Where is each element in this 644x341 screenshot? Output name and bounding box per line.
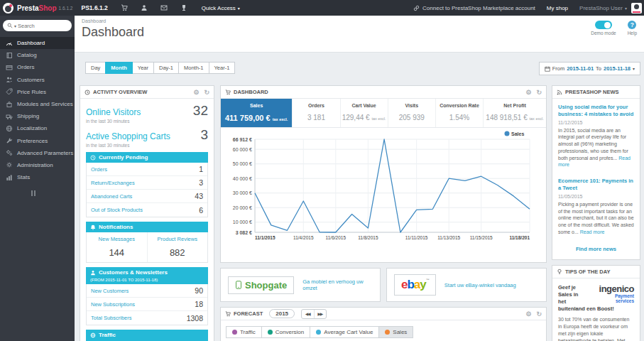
- kpi-net-profit[interactable]: Net Profit148 918,51 € tax excl.: [483, 99, 546, 127]
- main-area: Dashboard Dashboard Demo mode ? Help Day…: [75, 16, 644, 341]
- gear-icon: [6, 161, 13, 168]
- caret-down-icon: ▾: [238, 6, 240, 11]
- sidebar-item-administration[interactable]: Administration: [0, 159, 75, 171]
- panel-settings-icon[interactable]: ⚙: [525, 89, 531, 96]
- activity-panel-body: Online Visitors32 in the last 30 minutes…: [80, 99, 214, 341]
- dashboard-column: DASHBOARD ⚙↻ Sales411 759,00 € tax excl.…: [220, 85, 547, 341]
- currently-pending-rows: Orders1 Return/Exchanges3 Abandoned Cart…: [86, 163, 208, 217]
- total-subscribers-row[interactable]: Total Subscribers1308: [87, 311, 207, 325]
- sidebar-item-shipping[interactable]: Shipping: [0, 110, 75, 122]
- customers-newsletters-header: Customers & Newsletters (FROM 2015-11-01…: [86, 267, 208, 284]
- marketplace-link[interactable]: Connect to PrestaShop Marketplace accoun…: [413, 5, 535, 11]
- pending-row-abandoned-carts[interactable]: Abandoned Carts43: [87, 190, 207, 203]
- sidebar-item-price-rules[interactable]: Price Rules: [0, 86, 75, 98]
- sidebar-item-advanced-parameters[interactable]: Advanced Parameters: [0, 147, 75, 159]
- wrench-icon: [6, 137, 13, 144]
- sidebar-item-orders[interactable]: Orders: [0, 61, 75, 73]
- customers-date-range: (FROM 2015-11-01 TO 2015-11-18): [90, 278, 204, 282]
- forecast-legend-average-cart-value[interactable]: Average Cart Value: [310, 326, 379, 338]
- active-carts-link[interactable]: Active Shopping Carts: [86, 131, 170, 141]
- cogs-icon: [6, 149, 13, 156]
- news-item-title[interactable]: Ecommerce 101: Payments in a Tweet: [558, 178, 634, 192]
- ebay-ad-card: ebay™ Start uw eBay-winkel vandaag: [386, 268, 547, 302]
- new-subscriptions-row[interactable]: New Subscriptions18: [87, 298, 207, 311]
- panel-refresh-icon[interactable]: ↻: [204, 89, 209, 96]
- customer-icon[interactable]: [141, 4, 148, 11]
- users-icon: [6, 76, 13, 83]
- find-more-news-link[interactable]: Find more news: [552, 240, 640, 259]
- forecast-year-nav: ◀◀▶▶: [301, 309, 327, 319]
- user-avatar[interactable]: [631, 3, 642, 13]
- panel-refresh-icon[interactable]: ↻: [536, 310, 542, 318]
- tab-month[interactable]: Month: [105, 62, 133, 74]
- demo-mode-control[interactable]: Demo mode: [591, 21, 616, 36]
- panel-settings-icon[interactable]: ⚙: [193, 89, 199, 96]
- quick-access-menu[interactable]: Quick Access▾: [202, 5, 240, 11]
- help-control[interactable]: ? Help: [628, 21, 637, 36]
- forecast-legend-sales[interactable]: Sales: [378, 326, 413, 338]
- dashboard-icon: [6, 40, 13, 47]
- pending-row-orders[interactable]: Orders1: [87, 163, 207, 176]
- demo-mode-toggle[interactable]: [595, 21, 612, 29]
- messages-icon[interactable]: [160, 4, 168, 11]
- date-range-button[interactable]: From2015-11-01 To2015-11-18 ▾: [539, 62, 640, 75]
- pending-row-out-of-stock[interactable]: Out of Stock Products6: [87, 203, 207, 217]
- brand-version: 1.6.1.2: [59, 6, 73, 11]
- sidebar-item-localization[interactable]: Localization: [0, 122, 75, 134]
- previous-year-button[interactable]: ◀◀: [302, 310, 313, 318]
- user-menu[interactable]: PrestaShop User▾: [579, 5, 627, 11]
- sidebar-item-stats[interactable]: Stats: [0, 171, 75, 183]
- forecast-panel-body: Traffic Conversion Average Cart Value Sa…: [221, 320, 546, 341]
- pending-row-returns[interactable]: Return/Exchanges3: [87, 176, 207, 190]
- svg-text:11/6/2015: 11/6/2015: [326, 235, 346, 240]
- new-messages-cell[interactable]: New Messages144: [87, 232, 147, 262]
- sales-dot-icon: [385, 330, 390, 335]
- calendar-icon: [545, 66, 550, 72]
- sidebar-item-modules[interactable]: Modules and Services: [0, 98, 75, 110]
- kpi-sales[interactable]: Sales411 759,00 € tax excl.: [221, 99, 292, 127]
- link-icon: [413, 5, 420, 11]
- kpi-conversion-rate[interactable]: Conversion Rate1.54%: [435, 99, 483, 127]
- sidebar-collapse-button[interactable]: [31, 190, 75, 196]
- product-reviews-cell[interactable]: Product Reviews882: [147, 232, 208, 262]
- sidebar-item-preferences[interactable]: Preferences: [0, 135, 75, 147]
- ebay-ad-link[interactable]: Start uw eBay-winkel vandaag: [444, 282, 516, 288]
- tab-year-1[interactable]: Year-1: [209, 62, 236, 74]
- svg-text:11/15/2015: 11/15/2015: [470, 235, 493, 240]
- shopgate-ad-link[interactable]: Ga mobiel en verhoog uw omzet: [302, 278, 373, 291]
- dashboard-panel-header: DASHBOARD ⚙↻: [221, 86, 546, 99]
- activity-column: ACTIVITY OVERVIEW ⚙↻ Online Visitors32 i…: [80, 85, 214, 341]
- panel-settings-icon[interactable]: ⚙: [525, 310, 531, 318]
- active-carts-value: 3: [200, 127, 208, 143]
- sidebar-item-customers[interactable]: Customers: [0, 74, 75, 86]
- date-to: 2015-11-18: [604, 65, 631, 72]
- forecast-legend-traffic[interactable]: Traffic: [226, 326, 262, 338]
- kpi-visits[interactable]: Visits205 939: [388, 99, 435, 127]
- tab-month-1[interactable]: Month-1: [178, 62, 209, 74]
- news-item-title[interactable]: Using social media for your business: 4 …: [558, 104, 634, 118]
- tab-year[interactable]: Year: [132, 62, 154, 74]
- my-shop-link[interactable]: My shop: [547, 5, 568, 11]
- search-input[interactable]: [18, 23, 59, 29]
- trophy-icon[interactable]: [180, 4, 187, 11]
- help-icon[interactable]: ?: [628, 21, 636, 29]
- breadcrumb[interactable]: Dashboard: [82, 18, 637, 23]
- forecast-legend-conversion[interactable]: Conversion: [261, 326, 310, 338]
- tab-day-1[interactable]: Day-1: [153, 62, 179, 74]
- online-visitors-link[interactable]: Online Visitors: [86, 107, 141, 117]
- sidebar-item-catalog[interactable]: Catalog: [0, 49, 75, 61]
- read-more-link[interactable]: Read more: [580, 229, 605, 234]
- sidebar-search[interactable]: ▾: [3, 20, 72, 31]
- topbar: PrestaShop 1.6.1.2 PS1.6.1.2 Quick Acces…: [0, 0, 644, 16]
- sidebar-item-dashboard[interactable]: Dashboard: [0, 37, 75, 49]
- next-year-button[interactable]: ▶▶: [314, 310, 326, 318]
- kpi-orders[interactable]: Orders3 181: [292, 99, 339, 127]
- new-customers-row[interactable]: New Customers90: [87, 284, 207, 298]
- tab-day[interactable]: Day: [85, 62, 106, 74]
- partner-ads-row: Shopgate Ga mobiel en verhoog uw omzet e…: [220, 268, 547, 302]
- cart-icon[interactable]: [121, 4, 128, 11]
- page-title: Dashboard: [82, 25, 637, 40]
- ingenico-logo: ingenico Payment services: [590, 284, 634, 303]
- panel-refresh-icon[interactable]: ↻: [536, 89, 542, 96]
- kpi-cart-value[interactable]: Cart Value129,44 € tax excl.: [340, 99, 388, 127]
